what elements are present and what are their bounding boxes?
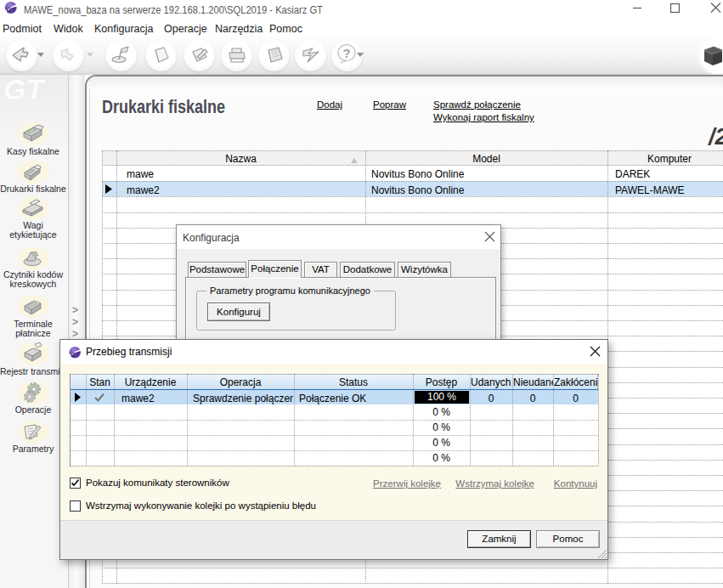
svg-text:GT: GT bbox=[6, 6, 16, 14]
svg-text:?: ? bbox=[343, 46, 351, 60]
svg-text:GT: GT bbox=[71, 351, 81, 359]
